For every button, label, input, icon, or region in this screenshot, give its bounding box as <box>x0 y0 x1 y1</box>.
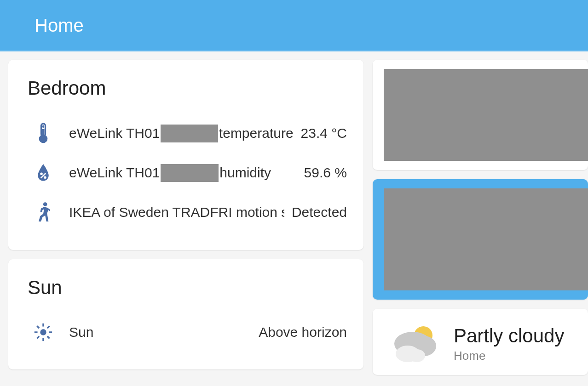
bedroom-motion-label: IKEA of Sweden TRADFRI motion s… <box>69 204 284 220</box>
bedroom-motion-value: Detected <box>292 204 347 220</box>
image-placeholder <box>384 188 588 290</box>
svg-point-7 <box>43 202 47 206</box>
sun-icon <box>25 322 62 343</box>
sun-card-title: Sun <box>28 277 347 299</box>
bedroom-temperature-label: eWeLink TH01 temperature <box>69 125 294 142</box>
thermometer-icon <box>25 122 62 144</box>
svg-rect-10 <box>42 338 44 341</box>
svg-point-4 <box>40 172 43 175</box>
page-title: Home <box>35 15 84 36</box>
bedroom-humidity-value: 59.6 % <box>304 165 347 181</box>
svg-rect-12 <box>49 331 52 333</box>
svg-point-8 <box>40 329 46 335</box>
bedroom-humidity-row[interactable]: eWeLink TH01 humidity 59.6 % <box>25 153 347 192</box>
svg-rect-15 <box>36 325 40 329</box>
svg-rect-13 <box>47 325 50 329</box>
left-column: Bedroom eWeLink TH01 temperature 23. <box>8 60 363 375</box>
image-card-2[interactable] <box>373 179 588 300</box>
bedroom-temperature-row[interactable]: eWeLink TH01 temperature 23.4 °C <box>25 113 347 153</box>
svg-point-5 <box>44 176 46 179</box>
run-icon <box>25 201 62 223</box>
sun-row[interactable]: Sun Above horizon <box>25 312 347 352</box>
bedroom-card: Bedroom eWeLink TH01 temperature 23. <box>8 60 363 250</box>
svg-point-21 <box>409 349 425 362</box>
bedroom-humidity-label: eWeLink TH01 humidity <box>69 164 297 182</box>
image-card-1[interactable] <box>373 60 588 170</box>
partly-cloudy-icon <box>387 321 443 367</box>
svg-rect-3 <box>42 125 44 128</box>
svg-rect-2 <box>42 129 44 137</box>
image-placeholder <box>384 69 588 161</box>
bedroom-temperature-value: 23.4 °C <box>301 125 347 141</box>
right-column: Partly cloudy Home <box>373 60 588 375</box>
sun-card: Sun Sun Above horiz <box>8 259 363 369</box>
svg-rect-14 <box>36 336 40 339</box>
water-percent-icon <box>25 163 62 183</box>
weather-condition: Partly cloudy <box>454 325 564 347</box>
svg-rect-16 <box>47 336 50 339</box>
weather-text: Partly cloudy Home <box>454 325 564 363</box>
bedroom-card-title: Bedroom <box>28 77 347 99</box>
svg-rect-9 <box>42 324 44 327</box>
svg-rect-11 <box>35 331 38 333</box>
redacted-segment <box>161 164 219 182</box>
bedroom-motion-row[interactable]: IKEA of Sweden TRADFRI motion s… Detecte… <box>25 192 347 233</box>
content-area: Bedroom eWeLink TH01 temperature 23. <box>0 51 588 383</box>
app-header: Home <box>0 0 588 51</box>
redacted-segment <box>161 125 218 142</box>
sun-label: Sun <box>69 324 251 340</box>
weather-location: Home <box>454 349 564 363</box>
weather-card[interactable]: Partly cloudy Home <box>373 309 588 375</box>
sun-value: Above horizon <box>259 324 347 340</box>
